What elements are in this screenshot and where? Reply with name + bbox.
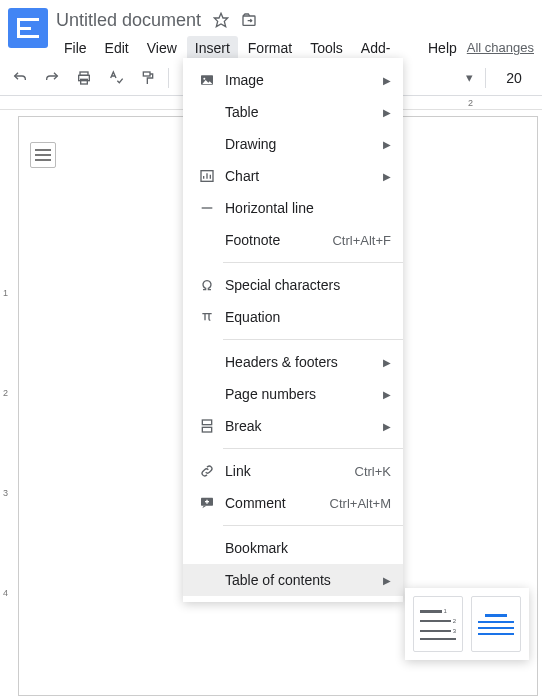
submenu-arrow-icon: ▶ — [383, 575, 391, 586]
svg-rect-10 — [202, 420, 211, 425]
menu-item-footnote[interactable]: FootnoteCtrl+Alt+F — [183, 224, 403, 256]
menu-item-label: Chart — [219, 168, 377, 184]
menu-item-chart[interactable]: Chart▶ — [183, 160, 403, 192]
menu-item-label: Headers & footers — [219, 354, 377, 370]
menu-item-label: Table — [219, 104, 377, 120]
image-icon — [195, 72, 219, 88]
menu-item-drawing[interactable]: Drawing▶ — [183, 128, 403, 160]
svg-marker-0 — [214, 13, 227, 26]
menu-item-headers-footers[interactable]: Headers & footers▶ — [183, 346, 403, 378]
menu-divider — [223, 339, 403, 340]
chart-icon — [195, 168, 219, 184]
separator — [485, 68, 486, 88]
menu-item-label: Drawing — [219, 136, 377, 152]
menu-item-equation[interactable]: Equation — [183, 301, 403, 333]
menu-divider — [223, 448, 403, 449]
menu-item-label: Page numbers — [219, 386, 377, 402]
menu-item-link[interactable]: LinkCtrl+K — [183, 455, 403, 487]
menu-shortcut: Ctrl+Alt+F — [332, 233, 391, 248]
document-title[interactable]: Untitled document — [56, 10, 201, 31]
insert-menu-dropdown: Image▶Table▶Drawing▶Chart▶Horizontal lin… — [183, 58, 403, 602]
menu-item-label: Horizontal line — [219, 200, 391, 216]
vertical-ruler: 1 2 3 4 — [0, 110, 14, 697]
move-to-folder-icon[interactable] — [241, 12, 257, 28]
menu-item-label: Link — [219, 463, 355, 479]
menu-shortcut: Ctrl+Alt+M — [330, 496, 391, 511]
menu-item-label: Special characters — [219, 277, 391, 293]
ruler-tick: 2 — [468, 98, 473, 108]
comment-icon — [195, 495, 219, 511]
font-size-input[interactable]: 20 — [494, 70, 534, 86]
ruler-tick: 4 — [3, 588, 8, 598]
break-icon — [195, 418, 219, 434]
submenu-arrow-icon: ▶ — [383, 171, 391, 182]
menu-item-table-of-contents[interactable]: Table of contents▶ — [183, 564, 403, 596]
menu-item-bookmark[interactable]: Bookmark — [183, 532, 403, 564]
submenu-arrow-icon: ▶ — [383, 107, 391, 118]
submenu-arrow-icon: ▶ — [383, 357, 391, 368]
menu-divider — [223, 262, 403, 263]
menu-item-label: Table of contents — [219, 572, 377, 588]
menu-item-label: Equation — [219, 309, 391, 325]
undo-button[interactable] — [8, 66, 32, 90]
menu-item-break[interactable]: Break▶ — [183, 410, 403, 442]
menu-item-table[interactable]: Table▶ — [183, 96, 403, 128]
menu-item-label: Break — [219, 418, 377, 434]
document-outline-icon[interactable] — [30, 142, 56, 168]
menu-shortcut: Ctrl+K — [355, 464, 391, 479]
toc-option-numbered[interactable]: 1 2 3 — [413, 596, 463, 652]
hr-icon — [195, 200, 219, 216]
submenu-arrow-icon: ▶ — [383, 421, 391, 432]
ruler-tick: 3 — [3, 488, 8, 498]
ruler-tick: 1 — [3, 288, 8, 298]
toc-option-links[interactable] — [471, 596, 521, 652]
pi-icon — [195, 309, 219, 325]
submenu-arrow-icon: ▶ — [383, 139, 391, 150]
menu-item-label: Bookmark — [219, 540, 391, 556]
star-icon[interactable] — [213, 12, 229, 28]
svg-rect-11 — [202, 427, 211, 432]
menu-item-comment[interactable]: CommentCtrl+Alt+M — [183, 487, 403, 519]
menu-item-special-characters[interactable]: Special characters — [183, 269, 403, 301]
link-icon — [195, 463, 219, 479]
docs-logo[interactable] — [8, 8, 48, 48]
menu-item-page-numbers[interactable]: Page numbers▶ — [183, 378, 403, 410]
redo-button[interactable] — [40, 66, 64, 90]
spellcheck-button[interactable] — [104, 66, 128, 90]
separator — [168, 68, 169, 88]
ruler-tick: 2 — [3, 388, 8, 398]
table-of-contents-submenu: 1 2 3 — [405, 588, 529, 660]
svg-point-7 — [203, 78, 205, 80]
menu-divider — [223, 525, 403, 526]
dropdown-caret[interactable]: ▾ — [443, 66, 477, 90]
menu-item-label: Image — [219, 72, 377, 88]
svg-rect-5 — [143, 72, 150, 76]
menu-item-label: Footnote — [219, 232, 332, 248]
omega-icon — [195, 277, 219, 293]
menu-item-horizontal-line[interactable]: Horizontal line — [183, 192, 403, 224]
paint-format-button[interactable] — [136, 66, 160, 90]
print-button[interactable] — [72, 66, 96, 90]
submenu-arrow-icon: ▶ — [383, 75, 391, 86]
menu-item-label: Comment — [219, 495, 330, 511]
submenu-arrow-icon: ▶ — [383, 389, 391, 400]
menu-item-image[interactable]: Image▶ — [183, 64, 403, 96]
